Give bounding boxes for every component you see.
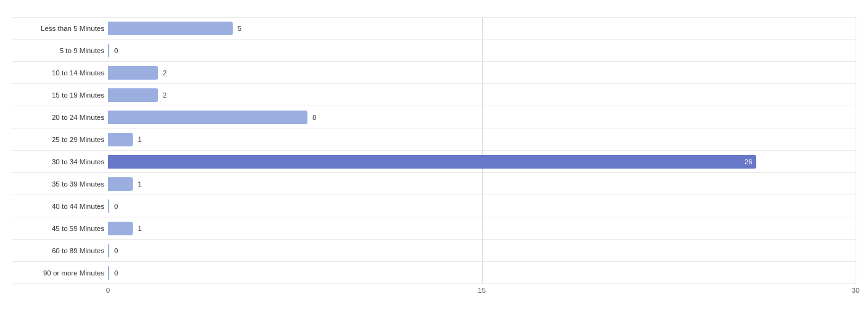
bar-label: 10 to 14 Minutes — [12, 69, 108, 77]
bar-fill: 5 — [108, 22, 233, 35]
bar-fill: 2 — [108, 66, 158, 80]
bar-wrapper: 0 — [108, 262, 856, 283]
bar-fill: 0 — [108, 44, 109, 57]
bar-row: 35 to 39 Minutes1 — [12, 173, 856, 195]
bar-fill: 0 — [108, 266, 109, 280]
bar-wrapper: 2 — [108, 84, 856, 106]
chart-body: Less than 5 Minutes55 to 9 Minutes010 to… — [12, 17, 856, 299]
bar-value: 5 — [238, 25, 241, 32]
bar-label: 40 to 44 Minutes — [12, 203, 108, 210]
bar-wrapper: 0 — [108, 195, 856, 217]
bar-value: 26 — [745, 158, 753, 166]
x-axis-label: 15 — [478, 287, 486, 294]
chart-container: Less than 5 Minutes55 to 9 Minutes010 to… — [0, 0, 868, 323]
bar-fill: 26 — [108, 155, 756, 169]
bar-label: 25 to 29 Minutes — [12, 136, 108, 143]
bar-row: 40 to 44 Minutes0 — [12, 195, 856, 217]
bar-fill: 1 — [108, 133, 133, 146]
bar-row: 20 to 24 Minutes8 — [12, 106, 856, 128]
bar-row: Less than 5 Minutes5 — [12, 17, 856, 40]
bar-fill: 2 — [108, 88, 158, 102]
bar-value: 0 — [114, 203, 118, 210]
bar-value: 1 — [138, 136, 141, 143]
bar-wrapper: 1 — [108, 128, 856, 150]
bar-wrapper: 2 — [108, 62, 856, 83]
bar-value: 0 — [114, 47, 118, 54]
bar-label: 30 to 34 Minutes — [12, 158, 108, 166]
bar-fill: 1 — [108, 177, 133, 191]
bar-row: 45 to 59 Minutes1 — [12, 217, 856, 240]
bar-value: 2 — [163, 91, 167, 99]
bar-fill: 0 — [108, 199, 109, 213]
bar-label: 35 to 39 Minutes — [12, 180, 108, 188]
grid-line — [856, 17, 856, 284]
bar-row: 60 to 89 Minutes0 — [12, 240, 856, 262]
bar-wrapper: 26 — [108, 151, 856, 172]
bar-row: 90 or more Minutes0 — [12, 262, 856, 284]
bar-value: 1 — [138, 225, 141, 232]
bar-wrapper: 1 — [108, 173, 856, 195]
bar-row: 15 to 19 Minutes2 — [12, 84, 856, 106]
bar-row: 10 to 14 Minutes2 — [12, 62, 856, 84]
bar-fill: 1 — [108, 222, 133, 235]
bar-row: 25 to 29 Minutes1 — [12, 128, 856, 151]
bar-wrapper: 8 — [108, 106, 856, 128]
bar-label: Less than 5 Minutes — [12, 25, 108, 32]
bar-rows: Less than 5 Minutes55 to 9 Minutes010 to… — [12, 17, 856, 284]
x-axis-label: 0 — [106, 287, 110, 294]
bar-wrapper: 1 — [108, 217, 856, 239]
x-axis: 01530 — [108, 287, 856, 299]
bar-label: 90 or more Minutes — [12, 269, 108, 277]
bar-fill: 8 — [108, 111, 307, 124]
bar-wrapper: 0 — [108, 40, 856, 61]
bar-label: 20 to 24 Minutes — [12, 114, 108, 121]
bar-value: 1 — [138, 180, 141, 188]
bar-row: 30 to 34 Minutes26 — [12, 151, 856, 173]
bar-label: 60 to 89 Minutes — [12, 247, 108, 254]
bar-value: 8 — [312, 114, 316, 121]
bar-label: 45 to 59 Minutes — [12, 225, 108, 232]
bar-fill: 0 — [108, 244, 109, 258]
bar-value: 2 — [163, 69, 167, 77]
x-axis-label: 30 — [852, 287, 860, 294]
bar-value: 0 — [114, 247, 118, 254]
bar-label: 5 to 9 Minutes — [12, 47, 108, 54]
bar-label: 15 to 19 Minutes — [12, 91, 108, 99]
bar-wrapper: 5 — [108, 18, 856, 39]
bar-wrapper: 0 — [108, 240, 856, 261]
bar-row: 5 to 9 Minutes0 — [12, 40, 856, 62]
bar-value: 0 — [114, 269, 118, 277]
